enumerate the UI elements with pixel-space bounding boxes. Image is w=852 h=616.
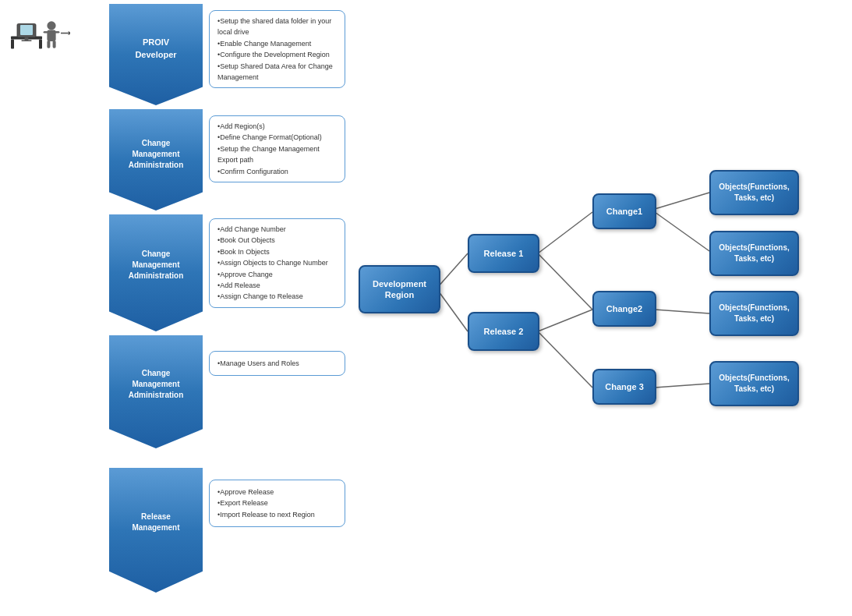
node-objects-2: Objects(Functions, Tasks, etc) [709,231,799,276]
info-box-3: •Add Change Number •Book Out Objects •Bo… [209,218,345,308]
diagram-container: PROIV Developer •Setup the shared data f… [0,0,852,616]
info-box-1: •Setup the shared data folder in your lo… [209,10,345,88]
chevron-label-2: ChangeManagementAdministration [129,138,184,171]
svg-line-23 [655,310,709,313]
svg-rect-8 [47,30,55,41]
svg-line-19 [538,310,592,331]
chevron-label-4: ChangeManagementAdministration [129,368,184,401]
chevron-row-5: ReleaseManagement •Approve Release •Expo… [109,468,351,593]
svg-rect-1 [11,39,14,48]
node-objects-1: Objects(Functions, Tasks, etc) [709,170,799,215]
node-dev-region: Development Region [359,265,440,313]
chevron-row-4: ChangeManagementAdministration •Manage U… [109,335,351,448]
svg-rect-11 [47,41,50,48]
svg-rect-9 [44,31,48,33]
chevron-row-1: PROIV Developer •Setup the shared data f… [109,4,351,105]
chevron-label-1: PROIV Developer [135,37,176,61]
chevron-label-3: ChangeManagementAdministration [129,249,184,281]
chevron-change-mgmt-2: ChangeManagementAdministration [109,214,203,331]
node-change2: Change2 [592,291,656,327]
node-change1: Change1 [592,193,656,229]
chevron-proiv-developer: PROIV Developer [109,4,203,105]
svg-line-24 [655,384,709,388]
svg-rect-4 [20,25,33,35]
chevron-label-5: ReleaseManagement [132,512,179,533]
info-box-4: •Manage Users and Roles [209,351,345,376]
svg-rect-10 [55,31,59,33]
info-box-2: •Add Region(s) •Define Change Format(Opt… [209,115,345,182]
chevron-change-mgmt-3: ChangeManagementAdministration [109,335,203,448]
chevron-row-2: ChangeManagementAdministration •Add Regi… [109,109,351,211]
node-release-2: Release 2 [468,312,539,351]
svg-line-21 [655,193,709,209]
svg-rect-6 [22,40,32,41]
node-release-1: Release 1 [468,234,539,273]
left-panel: PROIV Developer •Setup the shared data f… [0,0,359,616]
svg-line-20 [538,331,592,388]
svg-rect-12 [53,41,56,48]
developer-icon-area [8,9,101,56]
node-objects-3: Objects(Functions, Tasks, etc) [709,291,799,336]
svg-line-17 [538,212,592,253]
person-at-desk-icon [8,12,70,55]
node-change3: Change 3 [592,369,656,405]
chevron-row-3: ChangeManagementAdministration •Add Chan… [109,214,351,331]
right-panel: Development Region Release 1 Release 2 C… [359,0,852,616]
node-objects-4: Objects(Functions, Tasks, etc) [709,361,799,406]
svg-line-16 [437,289,468,331]
info-box-5: •Approve Release •Export Release •Import… [209,480,345,527]
svg-marker-14 [69,31,70,35]
svg-line-15 [437,253,468,289]
chevron-change-mgmt-1: ChangeManagementAdministration [109,109,203,211]
chevron-release-mgmt: ReleaseManagement [109,468,203,593]
svg-line-18 [538,253,592,310]
svg-point-7 [47,21,55,30]
svg-rect-2 [39,39,42,48]
svg-line-22 [655,212,709,251]
